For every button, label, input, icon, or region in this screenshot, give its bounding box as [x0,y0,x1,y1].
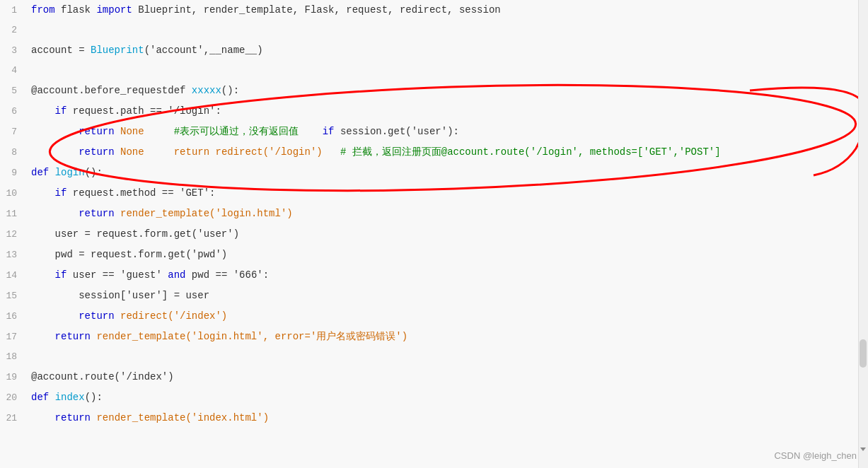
line-content: @account.before_requestdef xxxxx(): [25,81,868,100]
table-row: 11 return render_template('login.html') [0,204,868,224]
table-row: 7 return None #表示可以通过，没有返回值 if session.g… [0,122,868,142]
table-row: 16 return redirect('/index') [0,306,868,327]
line-number: 20 [0,388,25,408]
table-row: 4 [0,61,868,81]
line-content: return redirect('/index') [25,306,868,326]
line-number: 17 [0,327,25,347]
line-content: return None #表示可以通过，没有返回值 if session.get… [25,122,868,141]
line-content: def index(): [25,387,868,407]
table-row: 19@account.route('/index') [0,367,868,387]
table-row: 15 session['user'] = user [0,286,868,306]
table-row: 6 if request.path == '/login': [0,101,868,122]
line-content: return None return redirect('/login') # … [25,142,868,162]
line-content: return render_template('login.html') [25,204,868,223]
line-content: pwd = request.form.get('pwd') [25,245,868,264]
code-lines: 1from flask import Blueprint, render_tem… [0,0,868,428]
scroll-down-arrow[interactable] [858,444,868,454]
table-row: 12 user = request.form.get('user') [0,224,868,245]
line-content: if request.method == 'GET': [25,183,868,203]
line-content: if request.path == '/login': [25,101,868,121]
table-row: 13 pwd = request.form.get('pwd') [0,245,868,265]
line-number: 14 [0,266,25,286]
line-number: 21 [0,409,25,428]
line-number: 3 [0,41,25,61]
table-row: 2 [0,21,868,40]
line-number: 6 [0,102,25,122]
line-number: 8 [0,143,25,163]
table-row: 10 if request.method == 'GET': [0,183,868,204]
line-number: 2 [0,21,25,40]
line-number: 1 [0,1,25,21]
line-number: 18 [0,347,25,367]
table-row: 8 return None return redirect('/login') … [0,142,868,163]
line-number: 19 [0,368,25,387]
line-number: 7 [0,122,25,142]
line-content: @account.route('/index') [25,367,868,387]
line-content: return render_template('index.html') [25,408,868,428]
table-row: 21 return render_template('index.html') [0,408,868,428]
line-number: 11 [0,204,25,224]
scrollbar[interactable] [858,0,868,468]
line-number: 16 [0,307,25,327]
line-content: def login(): [25,163,868,182]
line-content: if user == 'guest' and pwd == '666': [25,265,868,285]
table-row: 20def index(): [0,387,868,408]
line-number: 9 [0,163,25,183]
line-content: session['user'] = user [25,286,868,305]
scrollbar-thumb[interactable] [860,339,867,368]
code-editor: 1from flask import Blueprint, render_tem… [0,0,868,468]
table-row: 5@account.before_requestdef xxxxx(): [0,81,868,101]
svg-marker-1 [860,447,866,451]
table-row: 14 if user == 'guest' and pwd == '666': [0,265,868,286]
line-content: user = request.form.get('user') [25,224,868,244]
watermark: CSDN @leigh_chen [774,450,857,461]
line-number: 4 [0,61,25,81]
line-content: from flask import Blueprint, render_temp… [25,0,868,20]
line-number: 15 [0,286,25,306]
table-row: 9def login(): [0,163,868,183]
line-number: 10 [0,184,25,204]
line-number: 5 [0,81,25,101]
line-content: account = Blueprint('account',__name__) [25,40,868,60]
table-row: 17 return render_template('login.html', … [0,327,868,347]
line-content: return render_template('login.html', err… [25,327,868,346]
line-number: 13 [0,245,25,265]
line-number: 12 [0,225,25,245]
table-row: 3account = Blueprint('account',__name__) [0,40,868,61]
table-row: 1from flask import Blueprint, render_tem… [0,0,868,21]
table-row: 18 [0,347,868,367]
